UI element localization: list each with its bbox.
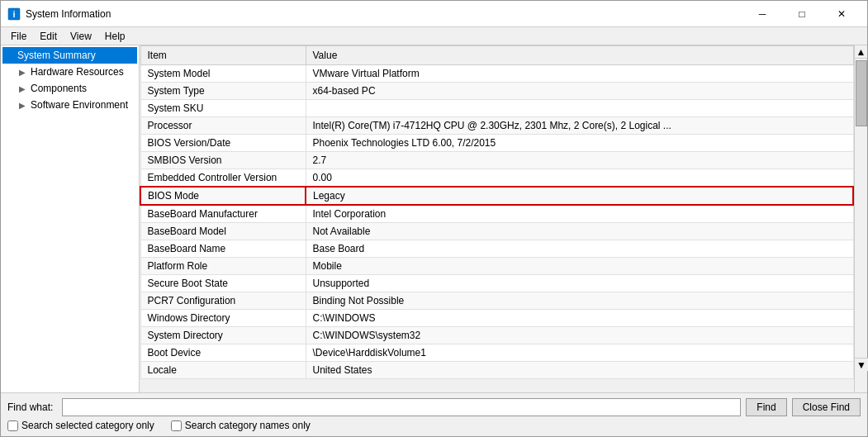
table-row[interactable]: BIOS ModeLegacy bbox=[140, 187, 853, 205]
system-info-table: Item Value System ModelVMware Virtual Pl… bbox=[140, 45, 854, 379]
table-cell-value: Unsupported bbox=[306, 275, 853, 292]
table-cell-value: Intel(R) Core(TM) i7-4712HQ CPU @ 2.30GH… bbox=[306, 117, 853, 135]
find-button[interactable]: Find bbox=[746, 398, 786, 416]
table-row[interactable]: System SKU bbox=[140, 100, 853, 117]
find-bar: Find what: Find Close Find Search select… bbox=[1, 392, 867, 436]
table-cell-item: BaseBoard Manufacturer bbox=[140, 205, 306, 223]
table-row[interactable]: System ModelVMware Virtual Platform bbox=[140, 65, 853, 83]
table-row[interactable]: Boot Device\Device\HarddiskVolume1 bbox=[140, 344, 853, 362]
table-row[interactable]: ProcessorIntel(R) Core(TM) i7-4712HQ CPU… bbox=[140, 117, 853, 135]
scroll-down-button[interactable]: ▼ bbox=[855, 358, 867, 371]
expand-icon-hardware: ▶ bbox=[19, 68, 29, 77]
menu-bar: File Edit View Help bbox=[1, 27, 867, 45]
find-label: Find what: bbox=[7, 401, 57, 413]
find-row: Find what: Find Close Find bbox=[7, 398, 861, 416]
table-cell-item: System Model bbox=[140, 65, 306, 83]
table-cell-item: Secure Boot State bbox=[140, 275, 306, 292]
sidebar-item-software-environment[interactable]: ▶ Software Environment bbox=[2, 97, 137, 113]
close-find-button[interactable]: Close Find bbox=[792, 398, 861, 416]
table-cell-value: VMware Virtual Platform bbox=[306, 65, 853, 83]
table-cell-value: Binding Not Possible bbox=[306, 292, 853, 310]
search-category-checkbox-label[interactable]: Search selected category only bbox=[7, 420, 154, 431]
table-row[interactable]: Embedded Controller Version0.00 bbox=[140, 169, 853, 188]
table-cell-item: Windows Directory bbox=[140, 310, 306, 327]
title-bar-left: i System Information bbox=[7, 7, 111, 21]
table-cell-item: PCR7 Configuration bbox=[140, 292, 306, 310]
table-cell-item: System Directory bbox=[140, 327, 306, 344]
main-area: Item Value System ModelVMware Virtual Pl… bbox=[140, 45, 854, 392]
minimize-button[interactable]: ─ bbox=[743, 6, 781, 22]
table-cell-item: Processor bbox=[140, 117, 306, 135]
table-cell-item: Boot Device bbox=[140, 344, 306, 362]
table-cell-value: C:\WINDOWS\system32 bbox=[306, 327, 853, 344]
col-header-item: Item bbox=[140, 46, 306, 65]
table-cell-item: BIOS Version/Date bbox=[140, 135, 306, 152]
table-cell-value: x64-based PC bbox=[306, 83, 853, 100]
table-cell-value: 2.7 bbox=[306, 152, 853, 169]
menu-edit[interactable]: Edit bbox=[33, 29, 64, 43]
sidebar-item-components[interactable]: ▶ Components bbox=[2, 80, 137, 97]
table-row[interactable]: BaseBoard ManufacturerIntel Corporation bbox=[140, 205, 853, 223]
table-row[interactable]: BaseBoard NameBase Board bbox=[140, 240, 853, 258]
sidebar-item-system-summary[interactable]: System Summary bbox=[2, 47, 137, 64]
title-bar: i System Information ─ □ ✕ bbox=[1, 1, 867, 27]
table-cell-item: SMBIOS Version bbox=[140, 152, 306, 169]
table-cell-value: 0.00 bbox=[306, 169, 853, 188]
menu-view[interactable]: View bbox=[64, 29, 98, 43]
sidebar-item-hardware-resources[interactable]: ▶ Hardware Resources bbox=[2, 64, 137, 80]
sidebar-label-system-summary: System Summary bbox=[17, 50, 96, 61]
scrollbar[interactable]: ▲ ▼ bbox=[854, 45, 867, 392]
find-input[interactable] bbox=[62, 398, 741, 416]
table-cell-value: Legacy bbox=[306, 187, 853, 205]
main-window: i System Information ─ □ ✕ File Edit Vie… bbox=[0, 0, 868, 437]
search-category-checkbox[interactable] bbox=[7, 420, 18, 431]
table-cell-value bbox=[306, 100, 853, 117]
table-cell-item: Embedded Controller Version bbox=[140, 169, 306, 188]
expand-icon-software: ▶ bbox=[19, 101, 29, 110]
table-row[interactable]: System DirectoryC:\WINDOWS\system32 bbox=[140, 327, 853, 344]
menu-help[interactable]: Help bbox=[98, 29, 132, 43]
table-row[interactable]: System Typex64-based PC bbox=[140, 83, 853, 100]
maximize-button[interactable]: □ bbox=[783, 6, 821, 22]
table-cell-item: System SKU bbox=[140, 100, 306, 117]
table-cell-value: C:\WINDOWS bbox=[306, 310, 853, 327]
table-cell-item: BaseBoard Model bbox=[140, 223, 306, 240]
table-cell-item: System Type bbox=[140, 83, 306, 100]
search-category-label: Search selected category only bbox=[21, 420, 154, 431]
table-row[interactable]: PCR7 ConfigurationBinding Not Possible bbox=[140, 292, 853, 310]
sidebar-label-software: Software Environment bbox=[31, 99, 128, 111]
table-row[interactable]: Secure Boot StateUnsupported bbox=[140, 275, 853, 292]
table-cell-item: BIOS Mode bbox=[140, 187, 306, 205]
table-cell-item: Locale bbox=[140, 362, 306, 379]
col-header-value: Value bbox=[306, 46, 853, 65]
table-cell-value: Phoenix Technologies LTD 6.00, 7/2/2015 bbox=[306, 135, 853, 152]
title-controls: ─ □ ✕ bbox=[743, 6, 861, 22]
table-row[interactable]: Platform RoleMobile bbox=[140, 258, 853, 275]
content-area: System Summary ▶ Hardware Resources ▶ Co… bbox=[1, 45, 867, 392]
checkbox-row: Search selected category only Search cat… bbox=[7, 420, 861, 431]
table-row[interactable]: Windows DirectoryC:\WINDOWS bbox=[140, 310, 853, 327]
sidebar: System Summary ▶ Hardware Resources ▶ Co… bbox=[1, 45, 140, 392]
menu-file[interactable]: File bbox=[4, 29, 33, 43]
close-button[interactable]: ✕ bbox=[823, 6, 861, 22]
table-row[interactable]: LocaleUnited States bbox=[140, 362, 853, 379]
table-cell-value: \Device\HarddiskVolume1 bbox=[306, 344, 853, 362]
table-row[interactable]: SMBIOS Version2.7 bbox=[140, 152, 853, 169]
table-row[interactable]: BIOS Version/DatePhoenix Technologies LT… bbox=[140, 135, 853, 152]
table-row[interactable]: BaseBoard ModelNot Available bbox=[140, 223, 853, 240]
search-names-label: Search category names only bbox=[185, 420, 311, 431]
table-cell-item: Platform Role bbox=[140, 258, 306, 275]
svg-text:i: i bbox=[12, 9, 15, 19]
app-icon: i bbox=[7, 7, 21, 21]
scrollbar-thumb[interactable] bbox=[856, 60, 867, 126]
search-names-checkbox-label[interactable]: Search category names only bbox=[171, 420, 311, 431]
sidebar-label-components: Components bbox=[31, 83, 87, 94]
table-cell-value: Mobile bbox=[306, 258, 853, 275]
window-title: System Information bbox=[26, 8, 111, 20]
search-names-checkbox[interactable] bbox=[171, 420, 182, 431]
scroll-up-button[interactable]: ▲ bbox=[855, 45, 867, 59]
table-cell-value: Intel Corporation bbox=[306, 205, 853, 223]
table-container[interactable]: Item Value System ModelVMware Virtual Pl… bbox=[140, 45, 854, 392]
sidebar-label-hardware: Hardware Resources bbox=[31, 66, 124, 78]
table-cell-item: BaseBoard Name bbox=[140, 240, 306, 258]
